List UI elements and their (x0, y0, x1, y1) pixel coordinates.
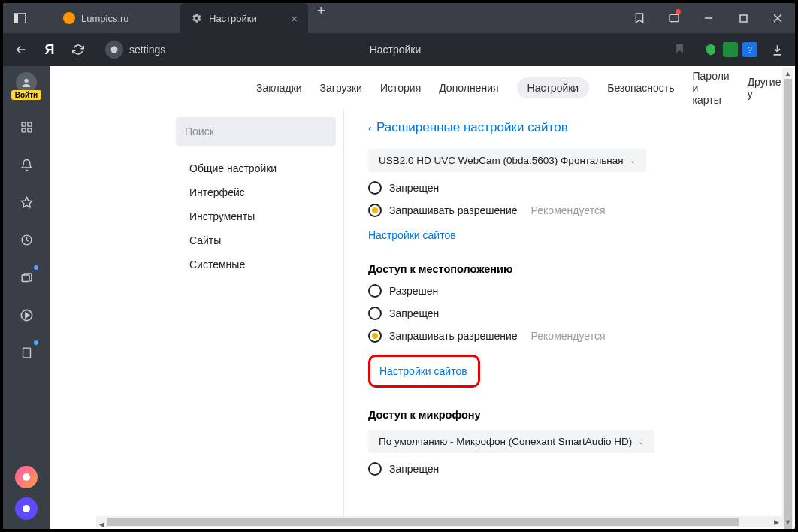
location-site-settings-link[interactable]: Настройки сайтов (379, 365, 467, 377)
scroll-right-arrow[interactable]: ▶ (771, 516, 782, 527)
radio-label: Запрещен (389, 463, 439, 475)
shield-icon[interactable] (105, 41, 123, 59)
windows-icon[interactable] (16, 267, 37, 288)
svg-rect-15 (22, 274, 29, 281)
top-nav: Закладки Загрузки История Дополнения Нас… (50, 66, 795, 110)
hint-text: Рекомендуется (531, 204, 606, 216)
blue-dot (34, 265, 38, 270)
chevron-down-icon: ⌄ (630, 156, 636, 165)
radio-label: Запрашивать разрешение (389, 204, 518, 216)
topnav-other[interactable]: Другие у (748, 76, 781, 100)
topnav-settings[interactable]: Настройки (517, 77, 590, 98)
tab-label: Настройки (209, 13, 257, 24)
minimize-button[interactable] (691, 3, 726, 33)
scrollbar-thumb[interactable] (784, 79, 792, 529)
sidenav-system[interactable]: Системные (176, 252, 343, 277)
location-radio-denied[interactable]: Запрещен (368, 307, 777, 320)
topnav-passwords[interactable]: Пароли и карты (693, 70, 730, 106)
close-icon[interactable]: × (291, 12, 298, 25)
location-radio-allowed[interactable]: Разрешен (368, 284, 777, 298)
sidenav-general[interactable]: Общие настройки (176, 156, 343, 180)
tab-lumpics[interactable]: Lumpics.ru (53, 3, 180, 33)
camera-radio-denied[interactable]: Запрещен (368, 181, 777, 195)
extension-dashlane-icon[interactable]: 1 (703, 42, 718, 57)
maximize-button[interactable] (726, 3, 760, 33)
svg-point-7 (111, 47, 118, 53)
new-tab-button[interactable]: + (308, 3, 334, 33)
main-panel: ‹ Расширенные настройки сайтов USB2.0 HD… (344, 110, 795, 529)
svg-rect-18 (23, 348, 30, 358)
chevron-left-icon: ‹ (368, 122, 372, 135)
search-box[interactable] (176, 117, 336, 146)
gear-icon (191, 12, 203, 24)
bell-icon[interactable] (16, 154, 37, 175)
svg-point-8 (24, 79, 28, 83)
topnav-downloads[interactable]: Загрузки (320, 82, 362, 94)
svg-rect-1 (14, 14, 18, 23)
back-button[interactable] (12, 41, 30, 59)
downloads-icon[interactable] (768, 41, 786, 59)
extension-savefrom-icon[interactable] (723, 42, 738, 57)
mic-dropdown[interactable]: По умолчанию - Микрофон (Conexant SmartA… (368, 430, 654, 453)
camera-dropdown[interactable]: USB2.0 HD UVC WebCam (0bda:5603) Фронтал… (368, 149, 646, 172)
scrollbar-thumb[interactable] (107, 518, 739, 526)
sidenav-tools[interactable]: Инструменты (176, 204, 343, 228)
star-icon[interactable] (16, 192, 37, 213)
login-badge[interactable]: Войти (11, 90, 42, 100)
note-icon[interactable] (16, 342, 37, 363)
highlighted-link-box: Настройки сайтов (368, 355, 480, 388)
camera-site-settings-link[interactable]: Настройки сайтов (368, 229, 456, 241)
svg-rect-12 (27, 128, 31, 131)
apps-icon[interactable] (16, 116, 37, 138)
radio-label: Разрешен (389, 285, 438, 297)
horizontal-scrollbar[interactable]: ◀ ▶ (96, 516, 782, 527)
vertical-scrollbar[interactable]: ▲ ▼ (782, 68, 793, 527)
radio-label: Запрещен (389, 182, 439, 194)
svg-rect-2 (670, 14, 679, 21)
search-input[interactable] (185, 125, 327, 138)
radio-label: Запрашивать разрешение (389, 330, 518, 342)
blue-dot (34, 340, 38, 345)
section-header-text: Расширенные настройки сайтов (376, 120, 568, 135)
topnav-addons[interactable]: Дополнения (439, 82, 498, 94)
notification-dot (676, 9, 681, 14)
close-window-button[interactable] (760, 3, 795, 33)
radio-icon (368, 462, 382, 476)
svg-rect-9 (22, 122, 26, 126)
radio-icon (368, 284, 382, 298)
bookmark-icon[interactable] (674, 43, 685, 57)
scroll-down-arrow[interactable]: ▼ (782, 516, 793, 527)
topnav-history[interactable]: История (380, 82, 421, 94)
url-box[interactable]: settings Настройки (98, 38, 693, 62)
alice-icon[interactable] (15, 466, 38, 488)
history-icon[interactable] (16, 229, 37, 250)
notifications-icon[interactable] (657, 3, 691, 33)
play-icon[interactable] (16, 304, 37, 325)
extension-help-icon[interactable]: ? (742, 42, 757, 57)
tab-settings[interactable]: Настройки × (180, 3, 308, 33)
mic-radio-denied[interactable]: Запрещен (368, 462, 777, 476)
left-sidebar: Войти (3, 66, 50, 529)
hint-text: Рекомендуется (531, 330, 606, 342)
scroll-left-arrow[interactable]: ◀ (96, 519, 107, 530)
sidenav-sites[interactable]: Сайты (176, 228, 343, 252)
camera-radio-ask[interactable]: Запрашивать разрешение Рекомендуется (368, 204, 777, 217)
panel-toggle-icon[interactable] (9, 8, 30, 29)
reload-button[interactable] (69, 41, 87, 59)
scroll-up-arrow[interactable]: ▲ (782, 68, 793, 79)
dropdown-value: По умолчанию - Микрофон (Conexant SmartA… (379, 436, 632, 447)
tab-label: Lumpics.ru (81, 13, 129, 24)
location-radio-ask[interactable]: Запрашивать разрешение Рекомендуется (368, 329, 777, 343)
collections-icon[interactable] (622, 3, 657, 33)
topnav-security[interactable]: Безопасность (607, 82, 674, 94)
yandex-logo-icon[interactable]: Я (41, 41, 59, 59)
svg-marker-17 (25, 313, 29, 317)
alice-alt-icon[interactable] (15, 497, 38, 520)
radio-label: Запрещен (389, 307, 439, 319)
content: Закладки Загрузки История Дополнения Нас… (50, 66, 795, 529)
topnav-bookmarks[interactable]: Закладки (256, 82, 302, 94)
sidenav-interface[interactable]: Интерфейс (176, 180, 343, 204)
section-header[interactable]: ‹ Расширенные настройки сайтов (368, 120, 777, 135)
titlebar: Lumpics.ru Настройки × + (3, 3, 795, 33)
window-controls (622, 3, 795, 33)
